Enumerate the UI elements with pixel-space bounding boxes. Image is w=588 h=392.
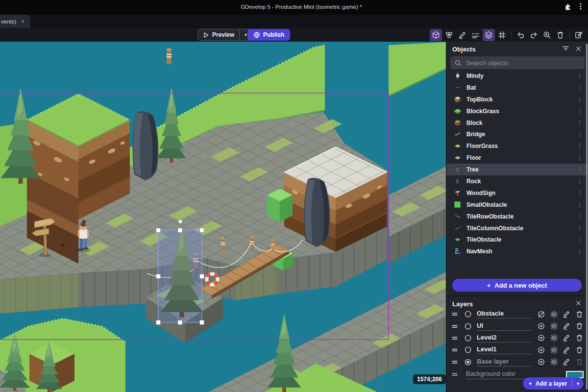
drag-handle-icon[interactable] bbox=[451, 371, 460, 377]
resize-handle[interactable] bbox=[156, 274, 161, 279]
object-row-topblock[interactable]: TopBlock⋮ bbox=[446, 94, 588, 105]
preview-button[interactable]: Preview bbox=[197, 29, 239, 41]
edit-scene-icon[interactable] bbox=[573, 29, 585, 41]
object-row-block[interactable]: Block⋮ bbox=[446, 117, 588, 129]
lighting-icon[interactable] bbox=[550, 346, 558, 354]
kebab-menu-icon[interactable]: ⋮ bbox=[575, 73, 585, 79]
drag-handle-icon[interactable] bbox=[451, 323, 460, 329]
resize-handle[interactable] bbox=[200, 274, 204, 279]
drag-handle-icon[interactable] bbox=[451, 335, 460, 341]
drag-handle-icon[interactable] bbox=[451, 311, 460, 317]
kebab-menu-icon[interactable]: ⋮ bbox=[575, 248, 585, 255]
puzzle-extension-icon[interactable] bbox=[564, 2, 572, 11]
tab-close-icon[interactable]: × bbox=[21, 19, 24, 24]
edit-layer-icon[interactable] bbox=[563, 322, 571, 330]
lighting-icon[interactable] bbox=[550, 322, 558, 330]
layers-panel-icon[interactable] bbox=[483, 29, 495, 41]
object-row-tree[interactable]: Tree⋮ bbox=[446, 164, 588, 175]
layer-select-radio[interactable] bbox=[464, 322, 472, 330]
post-instance[interactable] bbox=[250, 236, 254, 250]
properties-icon[interactable] bbox=[469, 29, 482, 41]
scene-editor-canvas[interactable] bbox=[0, 42, 446, 392]
layer-row-level1[interactable]: Level1 bbox=[446, 344, 588, 356]
layer-row-obstacle[interactable]: Obstacle bbox=[446, 308, 588, 320]
kebab-menu-icon[interactable]: ⋮ bbox=[575, 108, 585, 115]
kebab-menu-icon[interactable]: ⋮ bbox=[575, 154, 585, 161]
visibility-icon[interactable] bbox=[537, 346, 545, 354]
delete-layer-icon[interactable] bbox=[575, 322, 584, 330]
caret-down-icon[interactable]: ▾ bbox=[572, 381, 584, 386]
edit-layer-icon[interactable] bbox=[563, 310, 571, 318]
search-objects-box[interactable] bbox=[450, 56, 585, 69]
kebab-menu-icon[interactable]: ⋮ bbox=[575, 236, 585, 243]
kebab-menu-icon[interactable]: ⋮ bbox=[575, 225, 585, 232]
object-row-floor[interactable]: Floor⋮ bbox=[446, 152, 588, 164]
kebab-menu-icon[interactable]: ⋮ bbox=[575, 213, 585, 220]
green-cube-instance[interactable] bbox=[267, 189, 293, 222]
object-row-bat[interactable]: Bat⋮ bbox=[446, 82, 588, 94]
visibility-off-icon[interactable] bbox=[537, 310, 545, 318]
drag-handle-icon[interactable] bbox=[451, 347, 460, 353]
resize-handle[interactable] bbox=[200, 228, 204, 233]
object-row-floorgrass[interactable]: FloorGrass⋮ bbox=[446, 140, 588, 152]
search-objects-input[interactable] bbox=[465, 59, 581, 67]
layer-name-field[interactable]: UI bbox=[477, 322, 531, 331]
layer-name-field[interactable]: Level2 bbox=[477, 334, 531, 343]
undo-icon[interactable] bbox=[514, 29, 527, 41]
visibility-icon[interactable] bbox=[537, 322, 545, 330]
lighting-icon[interactable] bbox=[550, 358, 558, 366]
layer-name-field[interactable]: Level1 bbox=[477, 345, 531, 354]
close-icon[interactable] bbox=[575, 45, 582, 54]
resize-handle[interactable] bbox=[156, 228, 161, 233]
object-row-tilerowobstacle[interactable]: TileRowObstacle⋮ bbox=[446, 211, 588, 222]
redo-icon[interactable] bbox=[528, 29, 540, 41]
object-row-woodsign[interactable]: WoodSign⋮ bbox=[446, 187, 588, 199]
lighting-icon[interactable] bbox=[550, 310, 558, 318]
zoom-in-icon[interactable] bbox=[541, 29, 553, 41]
layer-name-field[interactable]: Obstacle bbox=[477, 310, 531, 318]
kebab-menu-icon[interactable]: ⋮ bbox=[575, 96, 585, 103]
visibility-icon[interactable] bbox=[537, 358, 545, 366]
object-row-blockgrass[interactable]: BlockGrass⋮ bbox=[446, 105, 588, 117]
layer-select-radio[interactable] bbox=[464, 310, 472, 318]
lighting-icon[interactable] bbox=[550, 334, 558, 342]
drag-handle-icon[interactable] bbox=[451, 359, 460, 365]
post-instance[interactable] bbox=[167, 49, 172, 64]
object-row-mindy[interactable]: Mindy⋮ bbox=[446, 70, 588, 82]
resize-handle[interactable] bbox=[156, 320, 161, 325]
object-row-tileobstacle[interactable]: TileObstacle⋮ bbox=[446, 234, 588, 245]
add-layer-button[interactable]: + Add a layer ▾ bbox=[523, 377, 584, 390]
layer-row-base-layer[interactable]: Base layer bbox=[446, 356, 588, 368]
object-row-rock[interactable]: Rock⋮ bbox=[446, 175, 588, 187]
kebab-menu-icon[interactable]: ⋮ bbox=[575, 84, 585, 91]
add-object-button[interactable]: + Add a new object bbox=[452, 279, 582, 292]
edit-layer-icon[interactable] bbox=[563, 358, 571, 366]
layer-select-radio[interactable] bbox=[464, 358, 472, 366]
filter-icon[interactable] bbox=[562, 45, 569, 54]
panel-scrollbar[interactable] bbox=[586, 44, 588, 390]
pencil-icon[interactable] bbox=[456, 29, 468, 41]
tab-scene-events[interactable]: vents) × bbox=[0, 15, 30, 28]
delete-layer-icon[interactable] bbox=[575, 310, 584, 318]
rotate-handle[interactable] bbox=[178, 220, 182, 223]
rock-instance[interactable] bbox=[304, 178, 330, 247]
layer-select-radio[interactable] bbox=[464, 346, 472, 354]
kebab-menu-icon[interactable]: ⋮ bbox=[575, 131, 585, 138]
object-row-bridge[interactable]: Bridge⋮ bbox=[446, 128, 588, 140]
trash-icon[interactable] bbox=[554, 29, 566, 41]
kebab-menu-icon[interactable]: ⋮ bbox=[575, 166, 585, 173]
delete-layer-icon[interactable] bbox=[575, 358, 584, 366]
kebab-menu-icon[interactable]: ⋮ bbox=[575, 201, 585, 208]
close-icon[interactable] bbox=[575, 299, 582, 308]
post-instance[interactable] bbox=[221, 237, 225, 251]
edit-layer-icon[interactable] bbox=[563, 334, 571, 342]
resize-handle[interactable] bbox=[200, 320, 204, 325]
object-row-navmesh[interactable]: NavMesh⋮ bbox=[446, 245, 588, 257]
grid-icon[interactable] bbox=[496, 29, 508, 41]
kebab-menu-icon[interactable]: ⋮ bbox=[575, 143, 585, 149]
objects-panel-icon[interactable] bbox=[430, 29, 442, 41]
publish-button[interactable]: Publish bbox=[247, 29, 290, 41]
layer-name-field[interactable]: Base layer bbox=[477, 358, 531, 367]
layer-row-ui[interactable]: UI bbox=[446, 320, 588, 332]
kebab-menu-icon[interactable] bbox=[577, 2, 584, 11]
